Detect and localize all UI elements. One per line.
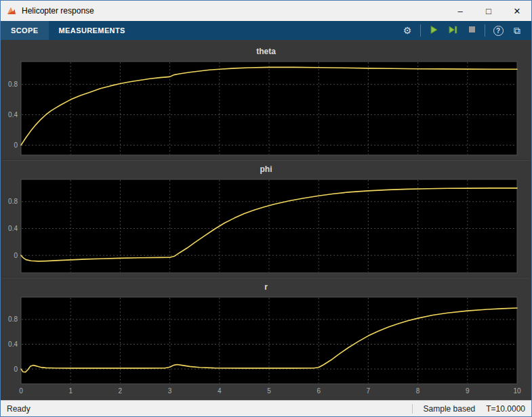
- minimize-button[interactable]: –: [446, 1, 474, 21]
- status-sample-mode: Sample based: [424, 404, 476, 414]
- play-icon: [429, 25, 438, 37]
- plot-title-r: r: [1, 280, 531, 294]
- svg-text:3: 3: [168, 387, 172, 395]
- help-icon: ?: [493, 26, 504, 36]
- titlebar: Helicopter response – □ ✕: [1, 1, 531, 21]
- theta-plot: 00.40.8: [1, 59, 531, 158]
- svg-text:8: 8: [416, 387, 420, 395]
- scope-window: Helicopter response – □ ✕ SCOPE MEASUREM…: [0, 0, 532, 417]
- plot-panel-phi: phi 00.40.8: [1, 162, 531, 276]
- svg-text:0.4: 0.4: [8, 225, 18, 232]
- plot-title-theta: theta: [1, 44, 531, 59]
- svg-text:0.8: 0.8: [8, 81, 18, 88]
- plot-title-phi: phi: [1, 162, 531, 177]
- plot-panel-theta: theta 00.40.8: [1, 44, 531, 158]
- svg-text:0.8: 0.8: [8, 198, 18, 205]
- close-button[interactable]: ✕: [503, 1, 531, 21]
- status-sim-time: T=10.0000: [486, 404, 525, 414]
- svg-text:0.4: 0.4: [8, 341, 18, 348]
- svg-text:9: 9: [466, 387, 470, 395]
- svg-text:6: 6: [316, 387, 321, 395]
- svg-text:10: 10: [513, 387, 521, 395]
- toolbar-separator: [420, 24, 421, 37]
- tab-scope[interactable]: SCOPE: [1, 21, 49, 40]
- window-title: Helicopter response: [22, 6, 94, 16]
- configure-scope-button[interactable]: ⚙: [398, 22, 416, 39]
- tab-bar: SCOPE MEASUREMENTS: [1, 21, 136, 40]
- help-button[interactable]: ?: [489, 22, 507, 39]
- step-forward-icon: [448, 25, 457, 37]
- step-forward-button[interactable]: [444, 22, 462, 39]
- scope-app-icon: [6, 5, 17, 16]
- window-controls: – □ ✕: [446, 1, 531, 21]
- stop-button[interactable]: [463, 22, 480, 39]
- svg-text:5: 5: [267, 387, 271, 395]
- status-ready: Ready: [7, 404, 30, 414]
- status-right: Sample based T=10.0000: [412, 404, 525, 414]
- svg-text:4: 4: [218, 387, 222, 395]
- svg-text:0: 0: [19, 387, 23, 395]
- svg-text:7: 7: [367, 387, 371, 395]
- toolstrip: SCOPE MEASUREMENTS ⚙: [1, 21, 531, 40]
- statusbar: Ready Sample based T=10.0000: [1, 400, 531, 416]
- stop-icon: [468, 25, 476, 36]
- tab-measurements[interactable]: MEASUREMENTS: [49, 21, 136, 40]
- maximize-button[interactable]: □: [474, 1, 503, 21]
- plot-panel-r: r 01234567891000.40.8: [1, 280, 531, 396]
- run-button[interactable]: [425, 22, 443, 39]
- svg-text:0.8: 0.8: [8, 315, 18, 323]
- status-separator: [412, 404, 413, 414]
- toolbar-separator: [485, 24, 485, 37]
- panel-splitter[interactable]: [1, 158, 531, 162]
- svg-text:0: 0: [14, 141, 18, 149]
- svg-text:0: 0: [14, 366, 18, 373]
- svg-text:0: 0: [14, 252, 18, 259]
- plot-area: theta 00.40.8 phi 00.40.8 r 012345678910…: [1, 40, 531, 400]
- highlight-block-icon: ⧉: [514, 25, 520, 37]
- svg-text:2: 2: [119, 387, 123, 395]
- panel-splitter[interactable]: [1, 276, 531, 280]
- highlight-block-button[interactable]: ⧉: [508, 22, 526, 39]
- svg-text:0.4: 0.4: [8, 111, 18, 118]
- r-plot: 01234567891000.40.8: [1, 294, 531, 396]
- toolbar: ⚙ ? ⧉: [398, 22, 531, 39]
- phi-plot: 00.40.8: [1, 177, 531, 276]
- svg-text:1: 1: [68, 387, 73, 395]
- gear-icon: ⚙: [403, 25, 412, 36]
